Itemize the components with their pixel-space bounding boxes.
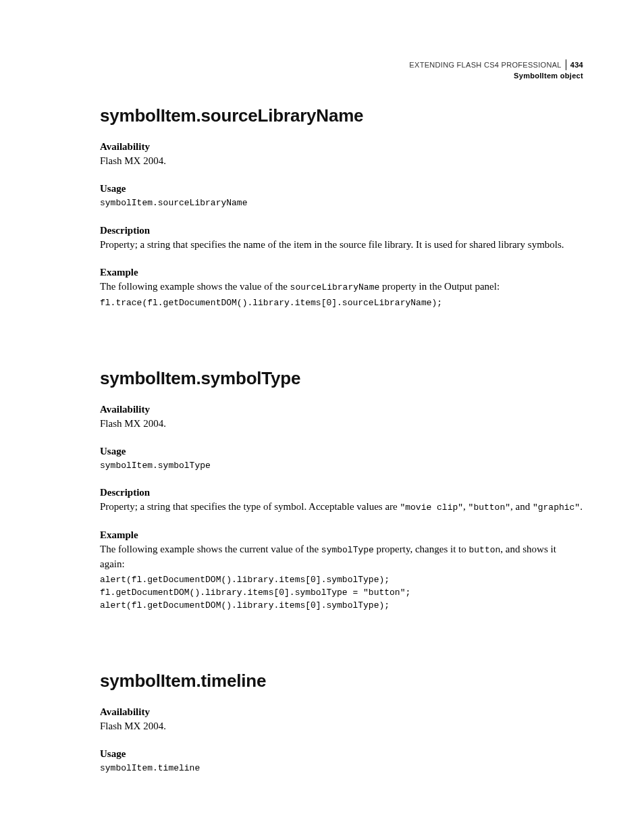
section-title: symbolItem.sourceLibraryName — [100, 105, 583, 126]
subhead-availability: Availability — [100, 404, 583, 415]
page-content: symbolItem.sourceLibraryName Availabilit… — [100, 59, 583, 775]
subhead-description: Description — [100, 487, 583, 498]
page-header: EXTENDING FLASH CS4 PROFESSIONAL 434 Sym… — [409, 59, 583, 81]
inline-code: "graphic" — [533, 502, 580, 513]
inline-code: sourceLibraryName — [290, 282, 380, 292]
subhead-usage: Usage — [100, 183, 583, 194]
header-subtitle: SymbolItem object — [409, 71, 583, 81]
subhead-availability: Availability — [100, 141, 583, 153]
code-block: alert(fl.getDocumentDOM().library.items[… — [100, 574, 583, 613]
code-block: symbolItem.timeline — [100, 762, 583, 775]
body-text: Flash MX 2004. — [100, 417, 583, 431]
body-text: Flash MX 2004. — [100, 154, 583, 168]
code-block: symbolItem.sourceLibraryName — [100, 197, 583, 210]
code-block: symbolItem.symbolType — [100, 460, 583, 473]
inline-code: button — [469, 545, 501, 555]
book-title: EXTENDING FLASH CS4 PROFESSIONAL — [409, 60, 561, 70]
text-run: The following example shows the current … — [100, 544, 321, 554]
text-run: Property; a string that specifies the ty… — [100, 501, 400, 512]
body-text: The following example shows the value of… — [100, 280, 583, 294]
subhead-usage: Usage — [100, 446, 583, 457]
subhead-usage: Usage — [100, 748, 583, 760]
text-run: property in the Output panel: — [379, 281, 500, 292]
subhead-description: Description — [100, 225, 583, 236]
text-run: . — [580, 501, 583, 512]
inline-code: "movie clip" — [400, 502, 463, 513]
inline-code: symbolType — [321, 545, 374, 555]
inline-code: "button" — [468, 502, 510, 513]
body-text: Flash MX 2004. — [100, 719, 583, 733]
section-title: symbolItem.symbolType — [100, 368, 583, 389]
body-text: The following example shows the current … — [100, 542, 583, 571]
body-text: Property; a string that specifies the na… — [100, 238, 583, 252]
page-number: 434 — [570, 60, 583, 70]
text-run: , — [463, 501, 468, 512]
text-run: , and — [510, 501, 533, 512]
header-separator — [566, 59, 566, 70]
subhead-example: Example — [100, 529, 583, 541]
code-block: fl.trace(fl.getDocumentDOM().library.ite… — [100, 297, 583, 310]
subhead-availability: Availability — [100, 706, 583, 718]
subhead-example: Example — [100, 267, 583, 278]
text-run: property, changes it to — [374, 544, 469, 554]
body-text: Property; a string that specifies the ty… — [100, 500, 583, 515]
text-run: The following example shows the value of… — [100, 281, 290, 292]
section-title: symbolItem.timeline — [100, 671, 583, 692]
